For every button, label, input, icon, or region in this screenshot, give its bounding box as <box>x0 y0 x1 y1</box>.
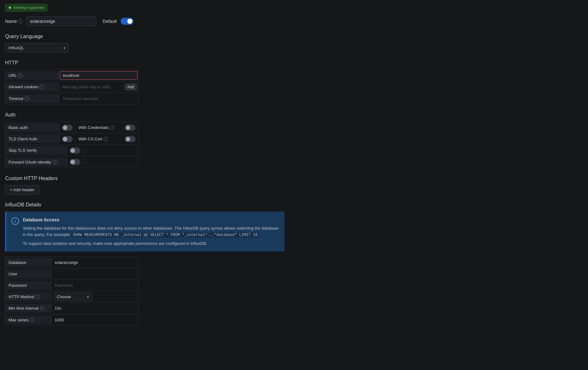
alerting-dot <box>9 6 11 9</box>
default-toggle[interactable] <box>121 18 133 25</box>
timeout-value-cell <box>59 94 138 103</box>
add-cookie-button[interactable]: Add <box>124 84 137 91</box>
query-language-title: Query Language <box>5 34 281 39</box>
http-method-select[interactable]: Choose GET POST <box>54 293 92 301</box>
with-ca-cert-toggle[interactable] <box>125 136 136 142</box>
with-credentials-info-icon[interactable]: i <box>110 125 114 130</box>
user-input[interactable] <box>51 270 138 278</box>
allowed-cookies-label: Allowed cookies i <box>5 83 59 91</box>
alerting-badge: Alerting supported <box>5 4 47 11</box>
min-time-label: Min time interval i <box>5 304 51 313</box>
custom-headers-title: Custom HTTP Headers <box>5 176 281 181</box>
tls-client-auth-toggle[interactable] <box>62 136 73 142</box>
database-row: Database <box>5 257 138 268</box>
min-time-row: Min time interval i <box>5 303 138 314</box>
info-box-text1: Setting the database for this datasource… <box>23 225 279 238</box>
influxdb-info-box: i Database Access Setting the database f… <box>5 212 284 252</box>
name-row: Name i Default <box>5 17 281 26</box>
info-box-icon: i <box>11 217 19 225</box>
url-input-wrapper <box>60 71 137 80</box>
info-code1: SHOW MEASUREMENTS ON _internal <box>72 232 143 238</box>
basic-auth-toggle[interactable] <box>62 124 73 131</box>
http-form-table: URL i Allowed cookies i Add <box>5 70 138 104</box>
forward-oauth-row: Forward OAuth Identity i <box>5 156 138 168</box>
password-input[interactable] <box>51 281 138 290</box>
tls-client-auth-label: TLS Client Auth <box>5 135 59 143</box>
query-language-select-wrapper: InfluxQL Flux ▼ <box>5 43 69 52</box>
name-label: Name i <box>5 19 23 24</box>
forward-oauth-label: Forward OAuth Identity i <box>5 158 67 166</box>
basic-auth-toggle-cell <box>59 124 75 131</box>
influxdb-section-title: InfluxDB Details <box>5 202 281 208</box>
allowed-cookies-row: Allowed cookies i Add <box>5 81 138 93</box>
alerting-label: Alerting supported <box>13 5 44 10</box>
info-box-content: Database Access Setting the database for… <box>23 217 279 246</box>
with-ca-cert-info-icon[interactable]: i <box>104 137 108 141</box>
forward-oauth-toggle-cell <box>67 159 83 165</box>
influxdb-form-table: Database User Password HTTP Method i <box>5 257 138 326</box>
name-input[interactable] <box>26 17 96 26</box>
user-label: User <box>5 270 51 278</box>
min-time-input[interactable] <box>51 304 138 313</box>
allowed-cookies-value-cell: Add <box>59 83 138 91</box>
forward-oauth-toggle[interactable] <box>70 159 80 165</box>
url-row: URL i <box>5 70 138 81</box>
http-method-select-container: Choose GET POST ▼ <box>54 293 92 301</box>
info-box-title: Database Access <box>23 217 279 223</box>
database-label: Database <box>5 258 51 267</box>
default-label: Default <box>103 19 117 24</box>
timeout-row: Timeout i <box>5 93 138 104</box>
auth-table: Basic auth With Credentials i TLS Client… <box>5 122 138 168</box>
forward-oauth-info-icon[interactable]: i <box>53 160 57 164</box>
http-method-info-icon[interactable]: i <box>36 295 40 299</box>
url-value-cell <box>59 71 138 80</box>
timeout-input[interactable] <box>59 94 138 103</box>
tls-client-auth-toggle-cell <box>59 136 75 142</box>
max-series-row: Max series i <box>5 314 138 326</box>
with-credentials-toggle[interactable] <box>125 124 136 131</box>
user-row: User <box>5 268 138 280</box>
auth-section-title: Auth <box>5 112 281 118</box>
password-row: Password <box>5 280 138 291</box>
basic-auth-label: Basic auth <box>5 123 59 132</box>
url-input[interactable] <box>60 71 137 79</box>
tag-input-wrapper: Add <box>59 83 138 91</box>
with-ca-cert-label: With CA Cert i <box>75 135 122 143</box>
timeout-label: Timeout i <box>5 94 59 103</box>
allowed-cookies-info-icon[interactable]: i <box>39 85 44 89</box>
database-input[interactable] <box>51 258 138 267</box>
info-code2: SELECT * FROM "_internal"..."database" L… <box>149 232 259 238</box>
with-credentials-toggle-cell <box>122 124 138 131</box>
with-ca-cert-toggle-cell <box>122 136 138 142</box>
min-time-info-icon[interactable]: i <box>40 306 44 311</box>
skip-tls-toggle[interactable] <box>70 147 80 154</box>
max-series-label: Max series i <box>5 316 51 324</box>
add-header-button[interactable]: + Add header <box>5 185 39 194</box>
tls-client-auth-row: TLS Client Auth With CA Cert i <box>5 133 138 145</box>
basic-auth-row: Basic auth With Credentials i <box>5 122 138 133</box>
http-section-title: HTTP <box>5 60 281 66</box>
url-info-icon[interactable]: i <box>18 73 23 78</box>
http-method-select-wrapper: Choose GET POST ▼ <box>51 292 95 302</box>
url-label: URL i <box>5 71 59 80</box>
skip-tls-label: Skip TLS Verify <box>5 146 67 155</box>
max-series-info-icon[interactable]: i <box>30 318 34 322</box>
allowed-cookies-input[interactable] <box>61 83 123 91</box>
http-method-row: HTTP Method i Choose GET POST ▼ <box>5 291 138 303</box>
skip-tls-row: Skip TLS Verify <box>5 145 138 156</box>
with-credentials-label: With Credentials i <box>75 123 122 132</box>
max-series-input[interactable] <box>51 316 138 324</box>
skip-tls-toggle-cell <box>67 147 83 154</box>
timeout-info-icon[interactable]: i <box>24 96 29 101</box>
password-label: Password <box>5 281 51 290</box>
info-box-text2: To support data isolation and security, … <box>23 240 279 247</box>
http-method-label: HTTP Method i <box>5 293 51 301</box>
name-info-icon[interactable]: i <box>18 19 23 24</box>
query-language-select[interactable]: InfluxQL Flux <box>5 43 69 52</box>
